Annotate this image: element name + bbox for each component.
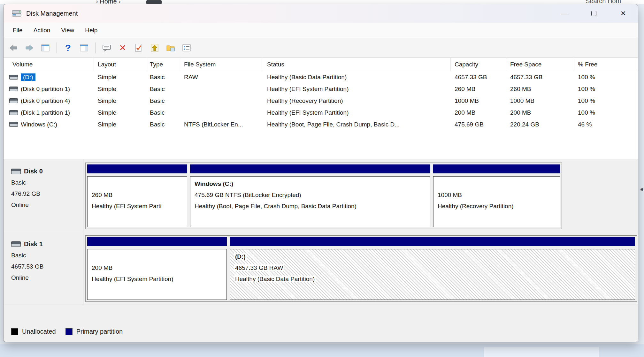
properties-button[interactable]	[179, 41, 194, 55]
partition-title: (D:)	[234, 253, 247, 260]
partition-status: Healthy (EFI System Parti	[92, 203, 162, 209]
disk-kind: Basic	[11, 177, 83, 188]
volume-label: Windows (C:)	[21, 121, 57, 128]
capacity-cell: 475.69 GB	[451, 121, 506, 128]
disk-0-info[interactable]: Disk 0 Basic 476.92 GB Online	[4, 159, 83, 232]
partition-size: 1000 MB	[438, 192, 462, 198]
partition-size: 475.69 GB NTFS (BitLocker Encrypted)	[195, 192, 301, 198]
volume-label: (Disk 1 partition 1)	[21, 109, 70, 116]
show-action-pane-button[interactable]	[77, 41, 91, 55]
disk-state: Online	[11, 199, 83, 210]
table-row-disk0-part4[interactable]: (Disk 0 partition 4) Simple Basic Health…	[4, 95, 638, 107]
drive-icon	[9, 87, 18, 91]
volume-cell: (D:)	[4, 73, 94, 81]
partition-color-bar	[230, 237, 635, 246]
volume-cell: (Disk 0 partition 4)	[4, 97, 94, 104]
disk-1-row: Disk 1 Basic 4657.53 GB Online 200 MB He…	[4, 232, 638, 305]
layout-cell: Simple	[94, 74, 146, 81]
disk-icon	[11, 241, 21, 247]
back-button[interactable]	[6, 41, 21, 55]
layout-cell: Simple	[94, 97, 146, 104]
console-tree-icon	[41, 44, 50, 52]
unallocated-swatch	[11, 328, 18, 335]
delete-volume-button[interactable]: ✕	[115, 41, 130, 55]
title-bar: Disk Management — ✕	[4, 4, 638, 23]
partition-windows-c[interactable]: Windows (C:) 475.69 GB NTFS (BitLocker E…	[190, 164, 430, 227]
partition-color-bar	[87, 237, 227, 246]
graphical-view: Disk 0 Basic 476.92 GB Online 260 MB Hea…	[4, 159, 638, 342]
forward-icon	[25, 44, 34, 52]
drive-icon	[9, 122, 18, 127]
status-cell: Healthy (Basic Data Partition)	[263, 74, 451, 81]
window-title: Disk Management	[26, 10, 78, 17]
partition-efi-disk1[interactable]: 200 MB Healthy (EFI System Partition)	[87, 237, 227, 300]
popup-button[interactable]	[99, 41, 114, 55]
background-bottom-panel	[484, 347, 599, 357]
partition-efi-disk0[interactable]: 260 MB Healthy (EFI System Parti	[87, 164, 187, 227]
status-cell: Healthy (Boot, Page File, Crash Dump, Ba…	[263, 121, 451, 128]
type-cell: Basic	[146, 121, 180, 128]
column-layout[interactable]: Layout	[94, 58, 146, 71]
status-cell: Healthy (EFI System Partition)	[263, 109, 451, 116]
volume-cell: Windows (C:)	[4, 121, 94, 128]
partition-color-bar	[87, 164, 187, 173]
forward-button[interactable]	[22, 41, 37, 55]
table-row-windows-c[interactable]: Windows (C:) Simple Basic NTFS (BitLocke…	[4, 118, 638, 130]
volume-label-selected: (D:)	[21, 73, 35, 81]
disk-1-partitions: 200 MB Healthy (EFI System Partition) (D…	[85, 235, 637, 302]
toolbar-separator	[57, 42, 57, 53]
partition-status: Healthy (Recovery Partition)	[438, 203, 514, 209]
maximize-button[interactable]	[579, 4, 609, 23]
close-button[interactable]: ✕	[609, 4, 638, 23]
menu-help[interactable]: Help	[80, 23, 103, 38]
up-arrow-button[interactable]	[147, 41, 162, 55]
selected-partition-body: (D:) 4657.33 GB RAW Healthy (Basic Data …	[230, 249, 635, 300]
layout-cell: Simple	[94, 121, 146, 128]
column-pct-free[interactable]: % Free	[574, 58, 638, 71]
partition-color-bar	[433, 164, 560, 173]
table-row-d[interactable]: (D:) Simple Basic RAW Healthy (Basic Dat…	[4, 71, 638, 83]
partition-status: Healthy (Boot, Page File, Crash Dump, Ba…	[195, 203, 356, 209]
volume-label: (Disk 0 partition 1)	[21, 86, 70, 93]
status-cell: Healthy (Recovery Partition)	[263, 97, 451, 104]
column-type[interactable]: Type	[146, 58, 180, 71]
toolbar: ? ✕	[4, 38, 638, 58]
check-document-button[interactable]	[131, 41, 146, 55]
background-edge-text: e	[640, 186, 643, 193]
partition-recovery[interactable]: 1000 MB Healthy (Recovery Partition)	[433, 164, 560, 227]
free-space-cell: 220.24 GB	[506, 121, 574, 128]
show-console-tree-button[interactable]	[38, 41, 53, 55]
partition-color-bar	[190, 164, 430, 173]
table-row-disk1-part1[interactable]: (Disk 1 partition 1) Simple Basic Health…	[4, 107, 638, 118]
minimize-button[interactable]: —	[550, 4, 579, 23]
type-cell: Basic	[146, 97, 180, 104]
menu-action[interactable]: Action	[28, 23, 56, 38]
column-volume[interactable]: Volume	[4, 58, 94, 71]
layout-cell: Simple	[94, 86, 146, 93]
drive-icon	[9, 98, 18, 103]
table-row-disk0-part1[interactable]: (Disk 0 partition 1) Simple Basic Health…	[4, 83, 638, 95]
explore-folder-button[interactable]	[163, 41, 178, 55]
menu-file[interactable]: File	[7, 23, 28, 38]
column-capacity[interactable]: Capacity	[451, 58, 506, 71]
volume-cell: (Disk 0 partition 1)	[4, 86, 94, 93]
toolbar-separator	[95, 42, 96, 53]
status-cell: Healthy (EFI System Partition)	[263, 86, 451, 93]
column-free-space[interactable]: Free Space	[506, 58, 574, 71]
disk-0-partitions: 260 MB Healthy (EFI System Parti Windows…	[85, 163, 562, 229]
column-status[interactable]: Status	[263, 58, 451, 71]
partition-status: Healthy (Basic Data Partition)	[234, 276, 316, 282]
pct-free-cell: 100 %	[574, 97, 638, 104]
free-space-cell: 200 MB	[506, 109, 574, 116]
pct-free-cell: 100 %	[574, 86, 638, 93]
help-button[interactable]: ?	[61, 41, 75, 55]
folder-icon	[166, 44, 175, 52]
disk-1-info[interactable]: Disk 1 Basic 4657.53 GB Online	[4, 232, 83, 305]
column-file-system[interactable]: File System	[180, 58, 263, 71]
menu-view[interactable]: View	[56, 23, 80, 38]
disk-state: Online	[11, 272, 83, 283]
caption-buttons: — ✕	[550, 4, 638, 23]
check-document-icon	[135, 44, 142, 52]
capacity-cell: 4657.33 GB	[451, 74, 506, 81]
partition-d-selected[interactable]: (D:) 4657.33 GB RAW Healthy (Basic Data …	[230, 237, 635, 300]
